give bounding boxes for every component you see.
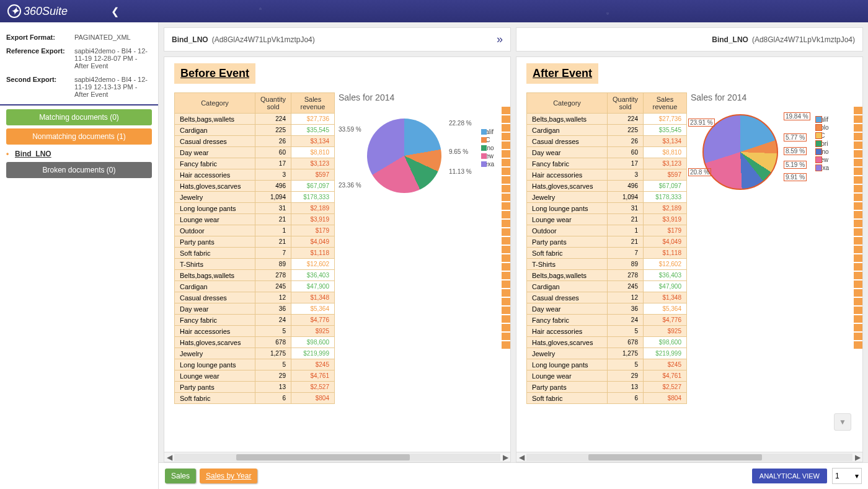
diff-tick[interactable] xyxy=(502,168,510,175)
scroll-down-fab[interactable]: ▼ xyxy=(834,413,851,431)
chevron-down-icon[interactable]: » xyxy=(497,33,503,46)
matching-documents-pill[interactable]: Matching documents (0) xyxy=(6,109,152,125)
broken-documents-pill[interactable]: Broken documents (0) xyxy=(6,162,152,178)
page-select[interactable]: 1 ▾ xyxy=(832,468,862,484)
diff-tick[interactable] xyxy=(502,176,510,184)
nonmatching-documents-pill[interactable]: Nonmatching documents (1) xyxy=(6,128,152,145)
cell-category: Fancy fabric xyxy=(527,158,608,169)
diff-tick[interactable] xyxy=(502,124,510,132)
cell-category: Hair accessories xyxy=(175,169,255,181)
diff-tick[interactable] xyxy=(854,176,862,184)
diff-tick[interactable] xyxy=(854,280,862,288)
before-hscroll[interactable]: ◀ ▶ xyxy=(164,452,510,462)
cell-category: Jewelry xyxy=(527,192,608,203)
diff-tick[interactable] xyxy=(854,150,862,158)
tab-sales-by-year[interactable]: Sales by Year xyxy=(200,469,257,483)
diff-tick[interactable] xyxy=(502,107,510,114)
after-hscroll[interactable]: ◀ ▶ xyxy=(516,452,862,462)
diff-tick[interactable] xyxy=(502,315,510,323)
pie-label: 20.8 % xyxy=(688,168,711,176)
diff-tick[interactable] xyxy=(854,307,862,314)
diff-tick[interactable] xyxy=(854,220,862,227)
breadcrumb-right[interactable]: Bind_LNO (Ad8GlAz4W71LpVk1mztpJo4) xyxy=(516,27,863,52)
table-row: Fancy fabric 17 $3,123 xyxy=(527,158,687,169)
diff-tick[interactable] xyxy=(502,185,510,192)
cell-category: Lounge wear xyxy=(527,214,608,225)
breadcrumb-left-name: Bind_LNO xyxy=(172,35,208,44)
diff-tick[interactable] xyxy=(502,324,510,331)
diff-tick[interactable] xyxy=(854,228,862,236)
reference-export-value: sapbi42demo - BI4 - 12-11-19 12-28-07 PM… xyxy=(74,47,152,70)
cell-revenue: $245 xyxy=(291,359,334,370)
diff-tick[interactable] xyxy=(854,263,862,271)
diff-tick[interactable] xyxy=(854,211,862,218)
diff-tick[interactable] xyxy=(854,254,862,262)
cell-revenue: $4,761 xyxy=(643,370,686,382)
scroll-left-icon[interactable]: ◀ xyxy=(164,453,174,462)
diff-tick[interactable] xyxy=(854,298,862,305)
diff-tick[interactable] xyxy=(854,133,862,140)
diff-tick[interactable] xyxy=(854,115,862,123)
diff-tick[interactable] xyxy=(854,202,862,210)
diff-tick[interactable] xyxy=(854,324,862,331)
scroll-thumb[interactable] xyxy=(236,454,410,460)
diff-tick[interactable] xyxy=(502,150,510,158)
diff-tick[interactable] xyxy=(502,237,510,244)
document-link-bind-lno[interactable]: Bind_LNO xyxy=(15,150,152,158)
diff-tick[interactable] xyxy=(502,115,510,123)
diff-tick[interactable] xyxy=(502,280,510,288)
diff-tick[interactable] xyxy=(502,298,510,305)
breadcrumb-left[interactable]: Bind_LNO (Ad8GlAz4W71LpVk1mztpJo4) » xyxy=(164,27,511,52)
cell-qty: 21 xyxy=(255,236,291,248)
diff-tick[interactable] xyxy=(854,237,862,244)
diff-tick[interactable] xyxy=(854,289,862,297)
cell-category: Hats,gloves,scarves xyxy=(527,337,608,348)
diff-tick[interactable] xyxy=(854,341,862,349)
analytical-view-button[interactable]: ANALYTICAL VIEW xyxy=(752,469,827,483)
diff-tick[interactable] xyxy=(502,341,510,349)
diff-tick[interactable] xyxy=(854,333,862,340)
diff-tick[interactable] xyxy=(502,307,510,314)
diff-tick[interactable] xyxy=(502,254,510,262)
cell-category: Outdoor xyxy=(175,225,255,236)
diff-tick[interactable] xyxy=(854,272,862,279)
table-row: Party pants 21 $4,049 xyxy=(527,236,687,248)
diff-tick[interactable] xyxy=(502,220,510,227)
diff-tick[interactable] xyxy=(502,289,510,297)
diff-tick[interactable] xyxy=(854,159,862,166)
diff-tick[interactable] xyxy=(502,141,510,149)
scroll-thumb[interactable] xyxy=(588,454,762,460)
table-row: Belts,bags,wallets 224 $27,736 xyxy=(175,114,335,125)
tab-sales[interactable]: Sales xyxy=(165,469,196,483)
cell-qty: 6 xyxy=(608,393,644,404)
diff-tick[interactable] xyxy=(502,194,510,201)
diff-tick[interactable] xyxy=(502,272,510,279)
scroll-left-icon[interactable]: ◀ xyxy=(516,453,526,462)
diff-tick[interactable] xyxy=(502,202,510,210)
diff-tick[interactable] xyxy=(854,107,862,114)
breadcrumb-right-name: Bind_LNO xyxy=(712,35,748,44)
scroll-right-icon[interactable]: ▶ xyxy=(500,453,510,462)
cell-qty: 3 xyxy=(255,169,291,181)
diff-tick[interactable] xyxy=(502,159,510,166)
diff-tick[interactable] xyxy=(854,124,862,132)
diff-tick[interactable] xyxy=(502,333,510,340)
diff-tick[interactable] xyxy=(502,228,510,236)
diff-tick[interactable] xyxy=(502,246,510,253)
diff-tick[interactable] xyxy=(854,315,862,323)
cell-qty: 60 xyxy=(608,147,644,158)
scroll-right-icon[interactable]: ▶ xyxy=(852,453,862,462)
diff-tick[interactable] xyxy=(854,185,862,192)
diff-tick[interactable] xyxy=(854,168,862,175)
diff-tick[interactable] xyxy=(502,263,510,271)
cell-revenue: $67,097 xyxy=(291,181,334,192)
diff-tick[interactable] xyxy=(854,246,862,253)
diff-tick[interactable] xyxy=(854,141,862,149)
cell-revenue: $178,333 xyxy=(643,192,686,203)
diff-tick[interactable] xyxy=(502,211,510,218)
diff-tick[interactable] xyxy=(854,194,862,201)
diff-tick[interactable] xyxy=(502,133,510,140)
cell-qty: 89 xyxy=(255,259,291,270)
cell-qty: 26 xyxy=(255,136,291,147)
back-icon[interactable]: ❮ xyxy=(111,6,119,17)
